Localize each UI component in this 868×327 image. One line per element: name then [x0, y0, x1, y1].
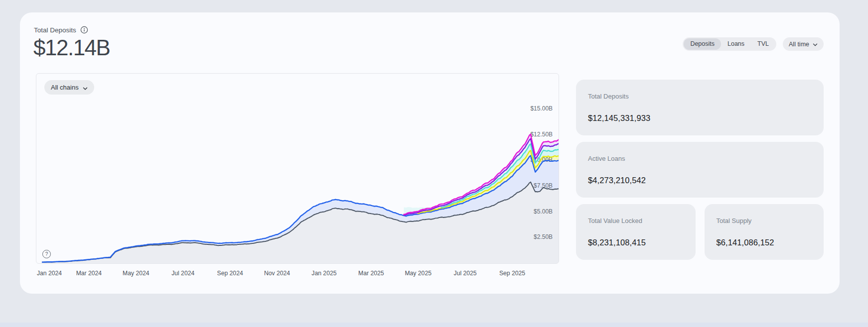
x-axis-label: Jan 2024: [37, 270, 62, 277]
x-axis-label: Sep 2025: [499, 270, 525, 277]
metric-title: Total Deposits: [34, 26, 76, 34]
stat-label: Total Value Locked: [588, 217, 684, 224]
stat-value: $4,273,210,542: [588, 176, 812, 185]
chevron-down-icon: [83, 85, 88, 90]
x-axis-labels: Jan 2024Mar 2024May 2024Jul 2024Sep 2024…: [36, 270, 559, 279]
chevron-down-icon: [813, 42, 818, 47]
tab-deposits[interactable]: Deposits: [684, 38, 721, 50]
tab-tvl[interactable]: TVL: [751, 38, 775, 50]
metric-tab-group: Deposits Loans TVL: [683, 37, 776, 51]
y-axis-label: $5.00B: [534, 208, 553, 215]
stat-card-total-deposits: Total Deposits $12,145,331,933: [576, 80, 824, 135]
x-axis-label: Jan 2025: [311, 270, 336, 277]
help-icon[interactable]: ?: [42, 250, 51, 258]
stat-value: $8,231,108,415: [588, 238, 684, 247]
time-range-dropdown[interactable]: All time: [783, 37, 824, 51]
x-axis-label: Nov 2024: [264, 270, 290, 277]
dashboard-card: Total Deposits $12.14B Deposits Loans TV…: [20, 12, 840, 294]
chain-filter-label: All chains: [51, 84, 79, 91]
stat-value: $12,145,331,933: [588, 113, 812, 123]
chart-controls: Deposits Loans TVL All time: [683, 37, 824, 51]
x-axis-label: Mar 2024: [76, 270, 102, 277]
x-axis-label: May 2024: [123, 270, 149, 277]
chart-area-fills: [42, 134, 559, 263]
metric-big-value: $12.14B: [33, 35, 110, 60]
x-axis-label: May 2025: [405, 270, 432, 277]
chart-canvas[interactable]: All chains $15.00B$12.50B$10.00B$7.50B$5…: [36, 73, 559, 264]
x-axis-label: Sep 2024: [217, 270, 243, 277]
chain-filter-dropdown[interactable]: All chains: [44, 80, 94, 95]
y-axis-label: $2.50B: [534, 233, 553, 240]
x-axis-label: Jul 2024: [171, 270, 194, 277]
stat-label: Active Loans: [588, 155, 812, 162]
deposits-area-chart: $15.00B$12.50B$10.00B$7.50B$5.00B$2.50B: [36, 74, 559, 263]
metric-header: Total Deposits: [34, 26, 88, 34]
stat-card-tvl: Total Value Locked $8,231,108,415: [576, 204, 696, 260]
time-range-label: All time: [789, 41, 809, 48]
y-axis-label: $12.50B: [530, 131, 553, 138]
stat-card-active-loans: Active Loans $4,273,210,542: [576, 142, 824, 198]
stats-column: Total Deposits $12,145,331,933 Active Lo…: [576, 80, 824, 266]
stat-card-total-supply: Total Supply $6,141,086,152: [705, 204, 824, 260]
x-axis-label: Jul 2025: [454, 270, 477, 277]
info-icon[interactable]: [80, 26, 88, 34]
page-bottom-strip: [0, 323, 868, 327]
x-axis-label: Mar 2025: [358, 270, 384, 277]
stat-card-row: Total Value Locked $8,231,108,415 Total …: [576, 204, 824, 266]
y-axis-label: $15.00B: [530, 105, 553, 112]
stat-label: Total Supply: [717, 217, 812, 224]
tab-loans[interactable]: Loans: [721, 38, 751, 50]
stat-value: $6,141,086,152: [717, 238, 812, 247]
stat-label: Total Deposits: [588, 93, 812, 100]
